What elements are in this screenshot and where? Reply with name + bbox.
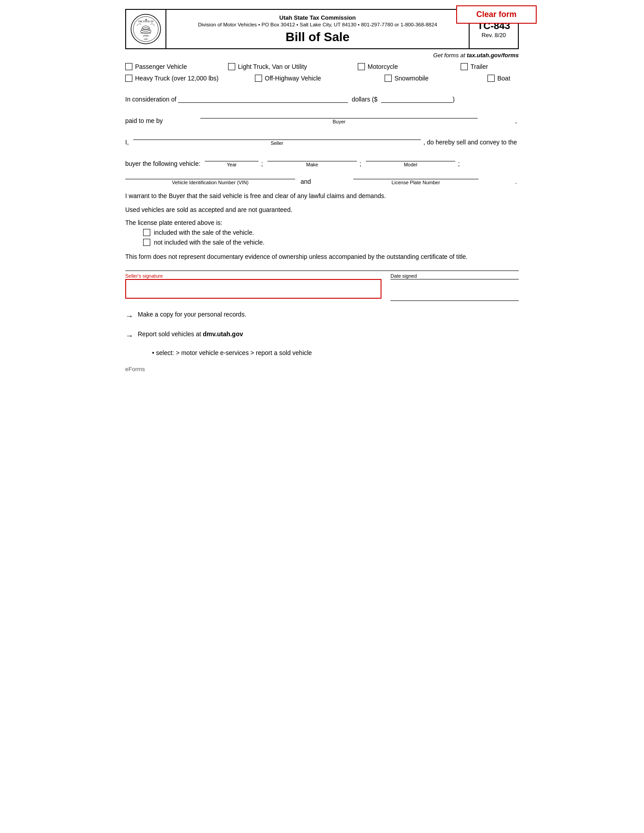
clear-form-button[interactable]: Clear form	[456, 5, 537, 24]
arrow-icon-2: →	[125, 330, 133, 342]
dollars-label: dollars ($	[352, 96, 377, 103]
vehicle-type-heavy-truck[interactable]: Heavy Truck (over 12,000 lbs)	[125, 75, 250, 82]
label-heavy-truck: Heavy Truck (over 12,000 lbs)	[135, 75, 219, 82]
consideration-amount-input[interactable]	[178, 93, 348, 103]
checkbox-included[interactable]	[143, 229, 150, 236]
model-separator: ;	[458, 160, 460, 167]
sig-date-fields	[125, 279, 519, 301]
checkbox-boat[interactable]	[487, 75, 495, 82]
label-off-highway: Off-Highway Vehicle	[265, 75, 321, 82]
seller-section: I, Seller , do hereby sell and convey to…	[125, 131, 519, 146]
get-forms-link: tax.utah.gov/forms	[467, 52, 519, 59]
seller-sig-field-area	[125, 279, 381, 301]
seller-sig-label-area: Seller's signature	[125, 272, 381, 279]
signature-section: Seller's signature Date signed	[125, 271, 519, 301]
license-plate-section: The license plate entered above is: incl…	[125, 219, 519, 246]
vehicle-type-motorcycle[interactable]: Motorcycle	[358, 63, 456, 70]
vehicle-info-section: buyer the following vehicle: Year ; Make…	[125, 152, 519, 167]
used-vehicles-text: Used vehicles are sold as accepted and a…	[125, 205, 519, 215]
dollars-amount-input[interactable]	[381, 93, 453, 103]
vehicle-type-boat[interactable]: Boat	[487, 75, 586, 82]
vehicle-type-off-highway[interactable]: Off-Highway Vehicle	[255, 75, 380, 82]
license-plate-header: The license plate entered above is:	[125, 219, 519, 226]
checkbox-heavy-truck[interactable]	[125, 75, 132, 82]
buyer-line: paid to me by Buyer ,	[125, 109, 519, 124]
label-light-truck: Light Truck, Van or Utility	[238, 63, 307, 70]
warrant-text: I warrant to the Buyer that the said veh…	[125, 191, 519, 201]
label-trailer: Trailer	[470, 63, 488, 70]
svg-text:1896: 1896	[144, 38, 148, 40]
vin-line: Vehicle Identification Number (VIN) and …	[125, 170, 519, 185]
arrow-icon-1: →	[125, 310, 133, 322]
form-revision: Rev. 8/20	[482, 32, 506, 38]
make-input[interactable]	[267, 152, 357, 161]
consideration-line: In consideration of dollars ($ )	[125, 93, 519, 103]
header-center: Utah State Tax Commission Division of Mo…	[166, 10, 469, 48]
note3-text: • select: > motor vehicle e-services > r…	[152, 349, 312, 356]
label-motorcycle: Motorcycle	[368, 63, 398, 70]
footer-note1: → Make a copy for your personal records.	[125, 310, 519, 322]
note1-text: Make a copy for your personal records.	[138, 310, 246, 319]
svg-text:UTAH: UTAH	[143, 34, 149, 37]
form-title: Bill of Sale	[285, 30, 349, 44]
model-label: Model	[404, 162, 417, 167]
make-label: Make	[306, 162, 318, 167]
year-label: Year	[227, 162, 237, 167]
vin-label: Vehicle Identification Number (VIN)	[172, 180, 248, 185]
paid-to-me-label: paid to me by	[125, 117, 163, 124]
checkbox-off-highway[interactable]	[255, 75, 262, 82]
and-text: and	[301, 178, 311, 185]
seller-prefix: I,	[125, 139, 129, 146]
checkbox-trailer[interactable]	[461, 63, 468, 70]
sig-date-labels: Seller's signature Date signed	[125, 272, 519, 279]
buyer-section: paid to me by Buyer ,	[125, 109, 519, 124]
vehicle-types-row1: Passenger Vehicle Light Truck, Van or Ut…	[125, 63, 519, 70]
buyer-name-input[interactable]	[200, 109, 478, 118]
buyer-sub-label: Buyer	[333, 119, 346, 124]
footer-notes: → Make a copy for your personal records.…	[125, 310, 519, 356]
make-separator: ;	[360, 160, 361, 167]
license-plate-label: License Plate Number	[392, 180, 440, 185]
checkbox-light-truck[interactable]	[228, 63, 235, 70]
note2-text: Report sold vehicles at dmv.utah.gov	[138, 330, 243, 339]
vehicle-type-trailer[interactable]: Trailer	[461, 63, 559, 70]
consideration-suffix2: )	[453, 96, 455, 103]
not-included-label: not included with the sale of the vehicl…	[154, 239, 265, 246]
year-input[interactable]	[205, 152, 258, 161]
checkbox-motorcycle[interactable]	[358, 63, 365, 70]
signature-divider	[125, 271, 519, 271]
agency-name: Utah State Tax Commission	[280, 14, 356, 21]
included-option[interactable]: included with the sale of the vehicle.	[143, 229, 519, 236]
seller-signature-field[interactable]	[125, 279, 381, 299]
vehicle-type-passenger[interactable]: Passenger Vehicle	[125, 63, 224, 70]
checkbox-snowmobile[interactable]	[385, 75, 392, 82]
vin-period: .	[515, 178, 517, 185]
agency-address: Division of Motor Vehicles • PO Box 3041…	[198, 22, 437, 27]
seller-suffix: , do hereby sell and convey to the	[424, 139, 517, 146]
date-signed-input[interactable]	[390, 281, 519, 301]
license-plate-input[interactable]	[353, 170, 479, 179]
date-field-area	[390, 279, 519, 301]
checkbox-not-included[interactable]	[143, 239, 150, 246]
vehicle-type-snowmobile[interactable]: Snowmobile	[385, 75, 483, 82]
svg-text:★: ★	[145, 18, 147, 21]
label-snowmobile: Snowmobile	[394, 75, 428, 82]
not-included-option[interactable]: not included with the sale of the vehicl…	[143, 239, 519, 246]
included-label: included with the sale of the vehicle.	[154, 229, 254, 236]
vin-input[interactable]	[125, 170, 295, 179]
seller-sub-label: Seller	[271, 140, 283, 146]
model-input[interactable]	[366, 152, 455, 161]
seller-name-input[interactable]	[133, 131, 421, 140]
checkbox-passenger[interactable]	[125, 63, 132, 70]
seller-line: I, Seller , do hereby sell and convey to…	[125, 131, 519, 146]
doc-evidence-text: This form does not represent documentary…	[125, 252, 519, 262]
vehicle-info-line: buyer the following vehicle: Year ; Make…	[125, 152, 519, 167]
vehicle-prefix: buyer the following vehicle:	[125, 160, 200, 167]
eforms-label: eForms	[125, 366, 145, 372]
agency-seal: THE STATE OF UTAH 1896 ★	[126, 10, 166, 48]
seller-sig-label: Seller's signature	[125, 273, 163, 279]
date-label-area: Date signed	[390, 272, 519, 279]
date-signed-label: Date signed	[390, 273, 417, 279]
vehicle-type-light-truck[interactable]: Light Truck, Van or Utility	[228, 63, 353, 70]
label-passenger: Passenger Vehicle	[135, 63, 187, 70]
